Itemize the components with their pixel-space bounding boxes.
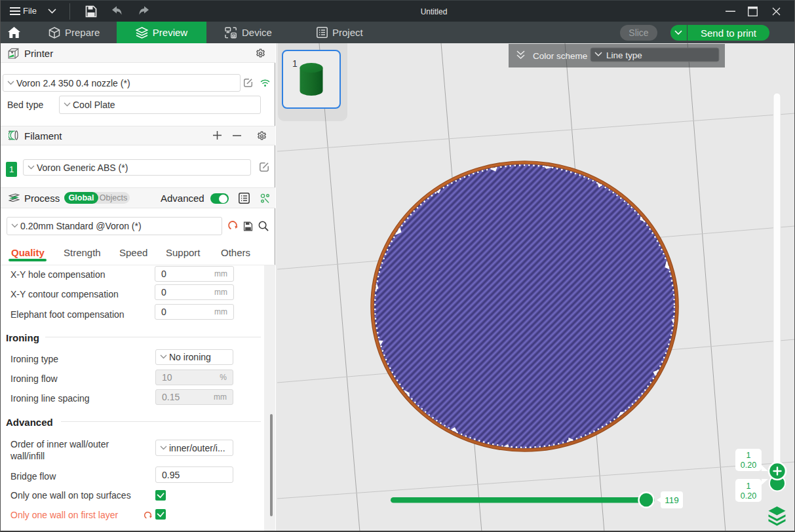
svg-text:Line type: Line type [606, 50, 642, 60]
svg-text:1: 1 [747, 482, 751, 491]
svg-text:1: 1 [747, 451, 751, 460]
svg-text:0.20: 0.20 [741, 491, 756, 501]
svg-text:0.20: 0.20 [741, 461, 756, 470]
svg-text:119: 119 [665, 495, 679, 505]
svg-text:Color scheme: Color scheme [533, 51, 587, 61]
